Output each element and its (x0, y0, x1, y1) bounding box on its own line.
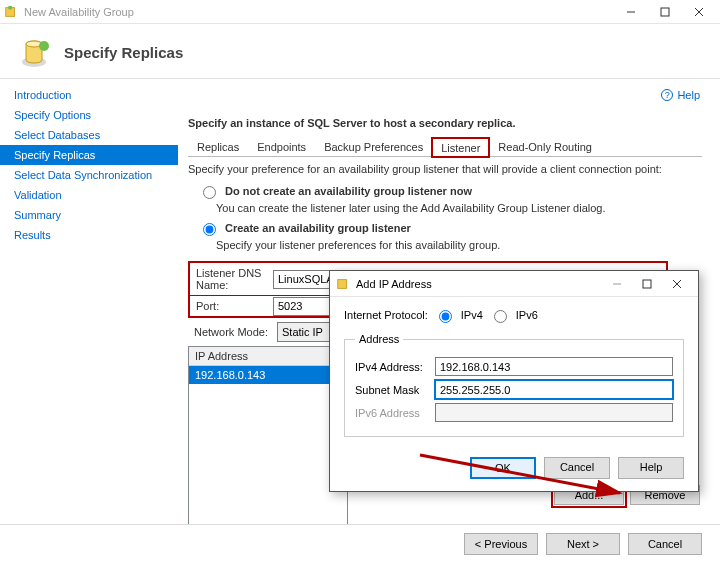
subnet-mask-input[interactable] (435, 380, 673, 399)
next-button[interactable]: Next > (546, 533, 620, 555)
radio-create-listener[interactable] (203, 223, 216, 236)
radio-ipv4[interactable] (439, 310, 452, 323)
help-link[interactable]: ? Help (661, 89, 700, 101)
instruction-text: Specify an instance of SQL Server to hos… (188, 117, 702, 129)
ip-table-header: IP Address (189, 347, 347, 366)
cancel-button[interactable]: Cancel (628, 533, 702, 555)
radio-create-label: Create an availability group listener (225, 222, 411, 234)
tab-replicas[interactable]: Replicas (188, 137, 248, 156)
radio-ipv6[interactable] (494, 310, 507, 323)
help-icon: ? (661, 89, 673, 101)
wizard-header: Specify Replicas (0, 24, 720, 79)
close-button[interactable] (682, 1, 716, 23)
tab-endpoints[interactable]: Endpoints (248, 137, 315, 156)
nav-validation[interactable]: Validation (0, 185, 178, 205)
ip-table: IP Address 192.168.0.143 (188, 346, 348, 545)
dialog-maximize-button[interactable] (632, 273, 662, 295)
radio-no-create-label: Do not create an availability group list… (225, 185, 472, 197)
ipv4-address-label: IPv4 Address: (355, 361, 435, 373)
nav-introduction[interactable]: Introduction (0, 85, 178, 105)
radio-no-create-listener[interactable] (203, 186, 216, 199)
minimize-button[interactable] (614, 1, 648, 23)
window-title: New Availability Group (24, 6, 134, 18)
app-icon (4, 5, 18, 19)
ipv6-label: IPv6 (516, 309, 538, 321)
wizard-footer: < Previous Next > Cancel (0, 524, 720, 562)
svg-rect-11 (643, 280, 651, 288)
wizard-nav: Introduction Specify Options Select Data… (0, 79, 178, 545)
maximize-button[interactable] (648, 1, 682, 23)
title-bar: New Availability Group (0, 0, 720, 24)
add-ip-dialog: Add IP Address Internet Protocol: IPv4 I… (329, 270, 699, 492)
no-create-subtext: You can create the listener later using … (216, 202, 702, 214)
ip-table-row[interactable]: 192.168.0.143 (189, 366, 347, 384)
wizard-icon (18, 34, 54, 70)
svg-point-8 (39, 41, 49, 51)
tab-backup-preferences[interactable]: Backup Preferences (315, 137, 432, 156)
address-legend: Address (355, 333, 403, 345)
nav-results[interactable]: Results (0, 225, 178, 245)
ipv4-address-input[interactable] (435, 357, 673, 376)
dialog-cancel-button[interactable]: Cancel (544, 457, 610, 479)
protocol-label: Internet Protocol: (344, 309, 428, 321)
help-label: Help (677, 89, 700, 101)
tab-listener[interactable]: Listener (432, 138, 489, 157)
nav-select-data-sync[interactable]: Select Data Synchronization (0, 165, 178, 185)
previous-button[interactable]: < Previous (464, 533, 538, 555)
nav-specify-options[interactable]: Specify Options (0, 105, 178, 125)
netmode-label: Network Mode: (188, 326, 277, 338)
dialog-close-button[interactable] (662, 273, 692, 295)
port-label: Port: (190, 296, 273, 316)
address-fieldset: Address IPv4 Address: Subnet Mask IPv6 A… (344, 333, 684, 437)
preference-note: Specify your preference for an availabil… (188, 163, 702, 175)
tab-read-only-routing[interactable]: Read-Only Routing (489, 137, 601, 156)
dialog-app-icon (336, 277, 350, 291)
page-title: Specify Replicas (64, 44, 183, 61)
svg-rect-1 (8, 5, 12, 9)
dns-label: Listener DNS Name: (190, 263, 273, 295)
ipv6-address-input[interactable] (435, 403, 673, 422)
dialog-ok-button[interactable]: OK (470, 457, 536, 479)
dialog-minimize-button[interactable] (602, 273, 632, 295)
ip-table-body (189, 384, 347, 544)
dialog-title: Add IP Address (356, 278, 432, 290)
svg-rect-3 (661, 8, 669, 16)
ipv4-label: IPv4 (461, 309, 483, 321)
nav-summary[interactable]: Summary (0, 205, 178, 225)
svg-rect-9 (338, 279, 347, 288)
dialog-help-button[interactable]: Help (618, 457, 684, 479)
subnet-mask-label: Subnet Mask (355, 384, 435, 396)
ipv6-address-label: IPv6 Address (355, 407, 435, 419)
nav-select-databases[interactable]: Select Databases (0, 125, 178, 145)
create-subtext: Specify your listener preferences for th… (216, 239, 702, 251)
replica-tabs: Replicas Endpoints Backup Preferences Li… (188, 137, 702, 157)
nav-specify-replicas[interactable]: Specify Replicas (0, 145, 178, 165)
